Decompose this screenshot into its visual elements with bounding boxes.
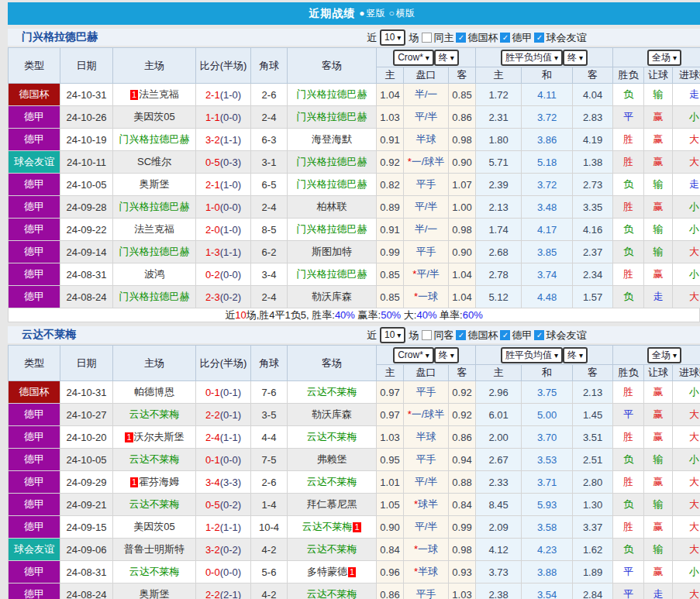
wdl-average-select[interactable]: 胜平负均值▾: [501, 347, 563, 363]
odds-time-select[interactable]: 终▾: [563, 50, 588, 66]
same-venue-checkbox[interactable]: 同主: [422, 31, 453, 45]
select-value: 全场: [652, 51, 671, 64]
handicap-line-text: 平手: [416, 178, 436, 190]
team-name: 云达不莱梅: [307, 543, 357, 555]
chevron-down-icon: ▾: [554, 349, 558, 362]
column-header: 日期: [60, 48, 113, 84]
match-row: 德甲24-09-28门兴格拉德巴赫1-0(0-0)2-4柏林联0.89平/半1.…: [9, 196, 700, 219]
match-row: 德甲24-08-24奥斯堡2-2(2-1)4-2云达不莱梅0.86平手1.032…: [9, 584, 700, 599]
half-time-score: (1-1): [220, 134, 241, 146]
half-time-score: (0-1): [220, 409, 241, 421]
checkbox-label: 德甲: [512, 31, 532, 45]
result-wdl: 胜: [613, 263, 644, 286]
yellow-card-badge: 1: [130, 477, 138, 487]
home-team-cell: 法兰克福: [113, 219, 196, 241]
half-time-score: (1-0): [220, 89, 241, 101]
competition-tag: 德甲: [9, 241, 60, 263]
result-group: 全场▾: [613, 346, 700, 365]
home-team-cell: 云达不莱梅: [113, 404, 196, 426]
wdl-average-select[interactable]: 胜平负均值▾: [501, 50, 563, 66]
match-type-cell: 德甲: [9, 584, 60, 599]
competition-checkbox[interactable]: ✓德国杯: [456, 31, 498, 45]
match-type-cell: 德甲: [9, 404, 60, 426]
competition-checkbox[interactable]: ✓球会友谊: [534, 329, 586, 343]
corners-cell: 3-5: [251, 404, 288, 426]
corners-cell: 2-4: [251, 286, 288, 308]
handicap-away-odds: 0.93: [449, 561, 476, 584]
match-date: 24-09-14: [60, 241, 113, 263]
header-row-top: 类型日期主场比分(半场)角球客场Crow*▾终▾胜平负均值▾终▾全场▾: [9, 346, 700, 365]
handicap-line-text: 平/半: [415, 476, 438, 487]
result-column-header: 进球数: [673, 67, 700, 84]
checkbox-checked-icon: ✓: [456, 330, 466, 340]
result-handicap: 输: [644, 241, 673, 263]
match-row: 德甲24-10-27云达不莱梅2-2(0-1)3-5勒沃库森0.97*一/球半0…: [9, 404, 700, 426]
column-header: 主场: [113, 346, 196, 381]
games-label: 场: [409, 329, 419, 343]
avg-away-odds: 2.80: [573, 471, 613, 494]
handicap-away-odds: 0.94: [449, 449, 476, 471]
score-cell: 0-1(0-0): [196, 449, 251, 471]
match-type-cell: 德甲: [9, 263, 60, 286]
home-team-cell: 云达不莱梅: [113, 561, 196, 584]
avg-away-odds: 1.57: [573, 286, 613, 308]
sub-column-header: 盘口: [404, 67, 449, 84]
handicap-away-odds: 0.90: [449, 241, 476, 263]
sub-column-header: 客: [573, 67, 613, 84]
handicap-home-odds: 0.95: [377, 449, 404, 471]
avg-draw-odds: 4.23: [522, 539, 573, 561]
team-name: 奥斯堡: [140, 178, 170, 190]
competition-tag: 球会友谊: [9, 151, 60, 173]
layout-radio-vertical[interactable]: ●竖版: [359, 2, 384, 25]
score-cell: 3-2(0-2): [196, 539, 251, 561]
away-team-cell: 弗赖堡: [288, 449, 377, 471]
avg-home-odds: 2.78: [476, 263, 522, 286]
handicap-line: 平手: [404, 449, 449, 471]
scope-select[interactable]: 全场▾: [647, 50, 681, 66]
column-header: 客场: [288, 346, 377, 381]
summary-segment: 场,胜4平1负5, 胜率:: [247, 309, 335, 321]
half-time-score: (0-2): [220, 544, 241, 556]
avg-home-odds: 4.12: [476, 539, 522, 561]
result-wdl: 负: [613, 174, 644, 196]
handicap-home-odds: 1.04: [377, 84, 404, 106]
competition-checkbox[interactable]: ✓球会友谊: [534, 31, 586, 45]
result-wdl: 负: [613, 219, 644, 241]
checkbox-label: 球会友谊: [546, 329, 586, 343]
result-wdl: 平: [613, 404, 644, 426]
competition-checkbox[interactable]: ✓德甲: [500, 329, 532, 343]
result-wdl: 平: [613, 584, 644, 599]
bookmaker-select[interactable]: Crow*▾: [393, 347, 434, 363]
score-cell: 0-2(0-0): [196, 263, 251, 286]
result-handicap: 赢: [644, 561, 673, 584]
result-goals: 大: [673, 426, 700, 449]
team-name: 美因茨05: [133, 521, 174, 532]
team-section: 云达不莱梅近10▾场同客✓德国杯✓德甲✓球会友谊类型日期主场比分(半场)角球客场…: [8, 326, 700, 599]
team-name: 海登海默: [312, 133, 352, 145]
odds-time-select[interactable]: 终▾: [434, 347, 459, 363]
scope-select[interactable]: 全场▾: [647, 347, 681, 363]
table-body: 德国杯24-10-31帕德博恩0-1(0-1)7-6云达不莱梅0.97平手0.9…: [9, 381, 700, 599]
same-venue-checkbox[interactable]: 同客: [422, 329, 453, 343]
avg-home-odds: 1.74: [476, 219, 522, 241]
competition-tag: 德甲: [9, 263, 60, 285]
match-row: 球会友谊24-09-06普鲁士明斯特3-2(0-2)4-2云达不莱梅0.84*一…: [9, 539, 700, 561]
handicap-home-odds: 0.90: [377, 516, 404, 539]
match-date: 24-10-20: [60, 426, 113, 449]
bookmaker-select[interactable]: Crow*▾: [393, 50, 434, 66]
match-date: 24-08-24: [60, 286, 113, 308]
match-count-select[interactable]: 10▾: [380, 327, 405, 343]
competition-checkbox[interactable]: ✓德甲: [500, 31, 532, 45]
odds-time-select[interactable]: 终▾: [434, 50, 459, 66]
handicap-line-text: 半/一: [415, 88, 438, 100]
team-title: 云达不莱梅: [22, 328, 76, 342]
result-handicap: 赢: [644, 129, 673, 151]
match-count-select[interactable]: 10▾: [380, 29, 405, 46]
score-cell: 2-2(0-1): [196, 404, 251, 426]
score-cell: 0-1(0-1): [196, 381, 251, 404]
odds-time-select[interactable]: 终▾: [563, 347, 588, 363]
competition-checkbox[interactable]: ✓德国杯: [456, 329, 498, 343]
layout-radio-horizontal[interactable]: ○横版: [389, 2, 415, 25]
result-wdl: 平: [613, 106, 644, 129]
near-label: 近: [367, 31, 377, 45]
